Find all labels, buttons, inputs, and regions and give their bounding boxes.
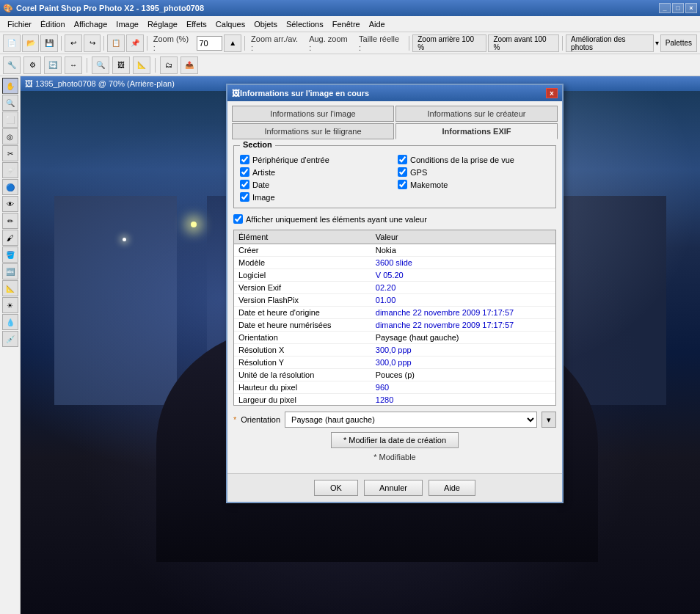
copy-button[interactable]: 📋 xyxy=(107,34,125,52)
tool-heal[interactable]: 🩹 xyxy=(2,162,18,178)
redo-button[interactable]: ↪ xyxy=(84,34,101,52)
tool-btn-2[interactable]: ⚙ xyxy=(23,56,41,74)
menu-edition[interactable]: Édition xyxy=(36,18,70,30)
dialog-title-bar: 🖼 Informations sur l'image en cours × xyxy=(227,85,562,101)
afficher-row: Afficher uniquement les éléments ayant u… xyxy=(233,214,556,224)
checkbox-artiste: Artiste xyxy=(240,167,392,177)
table-row: Version FlashPix01.00 xyxy=(234,294,555,307)
tool-dodge[interactable]: ☀ xyxy=(2,297,18,313)
col-element: Élément xyxy=(234,230,371,244)
menu-fenetre[interactable]: Fenêtre xyxy=(328,18,365,30)
aide-button[interactable]: Aide xyxy=(429,480,475,496)
tool-clone[interactable]: 🔵 xyxy=(2,179,18,195)
checkbox-gps-input[interactable] xyxy=(398,167,407,177)
tool-btn-8[interactable]: 🗂 xyxy=(160,56,178,74)
open-button[interactable]: 📂 xyxy=(22,34,40,52)
tab-info-filigrane[interactable]: Informations sur le filigrane xyxy=(232,123,394,139)
modifier-btn-row: * Modifier la date de création xyxy=(233,432,556,448)
tool-shapes[interactable]: 📐 xyxy=(2,280,18,296)
zoom-label: Zoom (%) : xyxy=(153,34,193,52)
menu-image[interactable]: Image xyxy=(112,18,143,30)
tool-redeye[interactable]: 👁 xyxy=(2,196,18,212)
dialog-content: Section Périphérique d'entrée Conditions… xyxy=(227,139,562,473)
checkbox-makemote-input[interactable] xyxy=(398,180,407,189)
maximize-button[interactable]: □ xyxy=(672,3,684,13)
menu-affichage[interactable]: Affichage xyxy=(70,18,112,30)
valeur-cell: Pouces (p) xyxy=(371,369,555,381)
tab-info-exif[interactable]: Informations EXIF xyxy=(395,123,558,139)
checkbox-conditions-input[interactable] xyxy=(398,155,407,164)
zoom-avant-button[interactable]: Zoom avant 100 % xyxy=(488,34,559,52)
afficher-checkbox[interactable] xyxy=(233,214,243,224)
modifier-date-button[interactable]: * Modifier la date de création xyxy=(331,432,459,448)
menu-objets[interactable]: Objets xyxy=(249,18,282,30)
separator-3 xyxy=(147,36,147,51)
tool-crop[interactable]: ✂ xyxy=(2,145,18,161)
palettes-button[interactable]: Palettes xyxy=(660,34,697,52)
element-cell: Hauteur du pixel xyxy=(234,381,371,394)
minimize-button[interactable]: _ xyxy=(659,3,671,13)
menu-reglage[interactable]: Réglage xyxy=(143,18,182,30)
tool-btn-3[interactable]: 🔄 xyxy=(44,56,62,74)
checkbox-makemote: Makemote xyxy=(398,180,550,189)
title-bar: 🎨 Corel Paint Shop Pro Photo X2 - 1395_p… xyxy=(0,0,700,16)
menu-effets[interactable]: Effets xyxy=(182,18,211,30)
undo-button[interactable]: ↩ xyxy=(65,34,82,52)
checkbox-date-input[interactable] xyxy=(240,180,249,189)
tool-btn-7[interactable]: 📐 xyxy=(133,56,150,74)
orientation-label: Orientation xyxy=(241,415,280,424)
checkbox-peripherique-input[interactable] xyxy=(240,155,249,164)
valeur-cell: V 05.20 xyxy=(371,269,555,282)
tool-paint[interactable]: ✏ xyxy=(2,213,18,229)
zoom-input[interactable] xyxy=(197,36,222,51)
menu-aide[interactable]: Aide xyxy=(365,18,390,30)
light-1 xyxy=(191,222,197,227)
tool-fill[interactable]: 🪣 xyxy=(2,246,18,263)
paste-button[interactable]: 📌 xyxy=(126,34,144,52)
dialog-close-button[interactable]: × xyxy=(546,88,558,98)
canvas-title: 1395_photo0708 @ 70% (Arrière-plan) xyxy=(35,79,175,88)
col-valeur: Valeur xyxy=(371,230,555,244)
new-button[interactable]: 📄 xyxy=(3,34,21,52)
element-cell: Créer xyxy=(234,244,371,257)
zoom-arriere-button[interactable]: Zoom arrière 100 % xyxy=(412,34,486,52)
tool-select[interactable]: ⬜ xyxy=(2,112,18,128)
section-box: Section Périphérique d'entrée Conditions… xyxy=(233,145,556,208)
tool-zoom[interactable]: 🔍 xyxy=(2,95,18,111)
tool-btn-4[interactable]: ↔ xyxy=(65,56,82,74)
tool-lasso[interactable]: ◎ xyxy=(2,128,18,145)
tool-text[interactable]: 🔤 xyxy=(2,263,18,279)
tool-btn-6[interactable]: 🖼 xyxy=(112,56,130,74)
amelioration-arrow[interactable]: ▾ xyxy=(655,39,659,47)
close-button[interactable]: × xyxy=(685,3,697,13)
checkbox-artiste-input[interactable] xyxy=(240,167,249,177)
table-row: Résolution Y300,0 ppp xyxy=(234,357,555,369)
tab-info-createur[interactable]: Informations sur le créateur xyxy=(395,106,558,122)
tool-btn-1[interactable]: 🔧 xyxy=(3,56,21,74)
tool-smudge[interactable]: 💧 xyxy=(2,314,18,330)
menu-fichier[interactable]: Fichier xyxy=(3,18,36,30)
orientation-dropdown-arrow[interactable]: ▾ xyxy=(542,412,556,428)
exif-table-container[interactable]: Élément Valeur CréerNokiaModèle3600 slid… xyxy=(233,230,556,406)
annuler-button[interactable]: Annuler xyxy=(364,480,423,496)
orientation-select[interactable]: Paysage (haut gauche) Portrait (haut dro… xyxy=(285,412,537,428)
tool-eyedrop[interactable]: 💉 xyxy=(2,331,18,347)
tab-info-image[interactable]: Informations sur l'image xyxy=(232,106,394,122)
ok-button[interactable]: OK xyxy=(314,480,358,496)
separator-6 xyxy=(562,36,563,51)
zoom-up-button[interactable]: ▲ xyxy=(224,34,241,52)
element-cell: Modèle xyxy=(234,257,371,269)
amelioration-button[interactable]: Amélioration des photos xyxy=(566,34,654,52)
tool-pan[interactable]: ✋ xyxy=(2,78,18,94)
separator-1 xyxy=(61,36,62,51)
tool-btn-5[interactable]: 🔍 xyxy=(92,56,109,74)
menu-calques[interactable]: Calques xyxy=(211,18,249,30)
menu-selections[interactable]: Sélections xyxy=(282,18,328,30)
section-label: Section xyxy=(240,140,275,149)
element-cell: Version Exif xyxy=(234,282,371,294)
checkbox-image-input[interactable] xyxy=(240,192,249,202)
tool-btn-9[interactable]: 📤 xyxy=(181,56,198,74)
tool-brush[interactable]: 🖌 xyxy=(2,230,18,246)
save-button[interactable]: 💾 xyxy=(40,34,58,52)
zoom-arr-label: Zoom arr./av. : xyxy=(251,34,302,52)
